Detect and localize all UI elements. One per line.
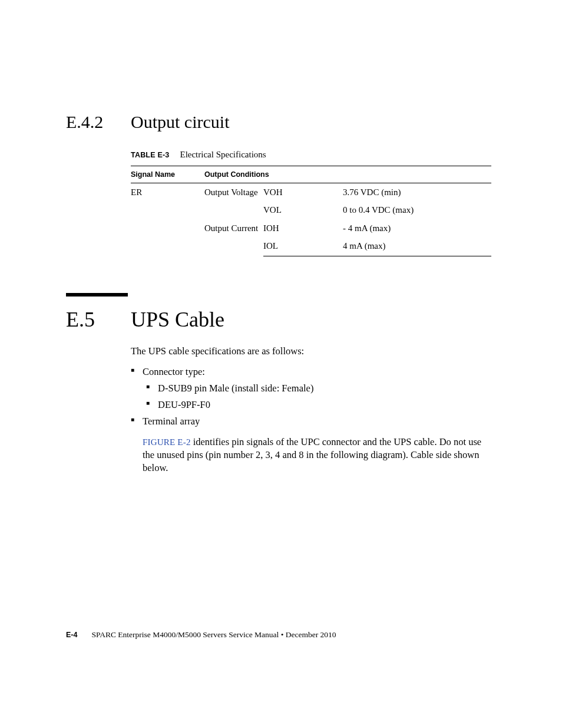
bullet-list: Connector type: D-SUB9 pin Male (install… bbox=[131, 365, 491, 429]
table-row: ER Output Voltage VOH 3.76 VDC (min) bbox=[131, 183, 491, 202]
subsection-heading: E.4.2 Output circuit bbox=[66, 112, 491, 132]
page-footer: E-4SPARC Enterprise M4000/M5000 Servers … bbox=[66, 630, 336, 640]
section-heading: E.5 UPS Cable bbox=[66, 307, 491, 332]
cell-cond-current: Output Current bbox=[204, 219, 263, 256]
cell-sym: IOL bbox=[263, 237, 343, 256]
cell-val: - 4 mA (max) bbox=[343, 219, 491, 237]
cell-signal: ER bbox=[131, 183, 204, 256]
list-item-text: DEU-9PF-F0 bbox=[158, 399, 210, 410]
subsection-title: Output circuit bbox=[131, 112, 229, 132]
subsection-number: E.4.2 bbox=[66, 112, 131, 132]
list-item: D-SUB9 pin Male (install side: Female) bbox=[146, 381, 491, 396]
table-caption-label: TABLE E-3 bbox=[131, 151, 169, 159]
table-caption: TABLE E-3Electrical Specifications bbox=[131, 150, 491, 160]
cell-val: 3.76 VDC (min) bbox=[343, 183, 491, 202]
cell-val: 4 mA (max) bbox=[343, 237, 491, 256]
list-item-text: Terminal array bbox=[143, 416, 200, 427]
cell-sym: IOH bbox=[263, 219, 343, 237]
page-number: E-4 bbox=[66, 631, 77, 639]
section-number: E.5 bbox=[66, 307, 131, 332]
list-item-text: Connector type: bbox=[143, 366, 205, 377]
th-output-conditions: Output Conditions bbox=[204, 166, 491, 183]
figure-reference-text: identifies pin signals of the UPC connec… bbox=[143, 436, 481, 474]
table-caption-text: Electrical Specifications bbox=[180, 150, 266, 159]
footer-text: SPARC Enterprise M4000/M5000 Servers Ser… bbox=[91, 630, 336, 639]
section-title: UPS Cable bbox=[131, 307, 224, 332]
list-item: DEU-9PF-F0 bbox=[146, 398, 491, 412]
cell-val: 0 to 0.4 VDC (max) bbox=[343, 201, 491, 219]
cell-sym: VOL bbox=[263, 201, 343, 219]
electrical-spec-table: Signal Name Output Conditions ER Output … bbox=[131, 166, 491, 256]
figure-reference-paragraph: FIGURE E-2 identifies pin signals of the… bbox=[143, 436, 491, 475]
list-item-text: D-SUB9 pin Male (install side: Female) bbox=[158, 383, 313, 394]
list-item: Terminal array bbox=[131, 414, 491, 429]
list-item: Connector type: D-SUB9 pin Male (install… bbox=[131, 365, 491, 412]
section-rule bbox=[66, 293, 128, 297]
cell-sym: VOH bbox=[263, 183, 343, 202]
th-signal-name: Signal Name bbox=[131, 166, 204, 183]
figure-reference-link[interactable]: FIGURE E-2 bbox=[143, 437, 191, 447]
intro-paragraph: The UPS cable specifications are as foll… bbox=[131, 345, 491, 358]
cell-cond-voltage: Output Voltage bbox=[204, 183, 263, 219]
